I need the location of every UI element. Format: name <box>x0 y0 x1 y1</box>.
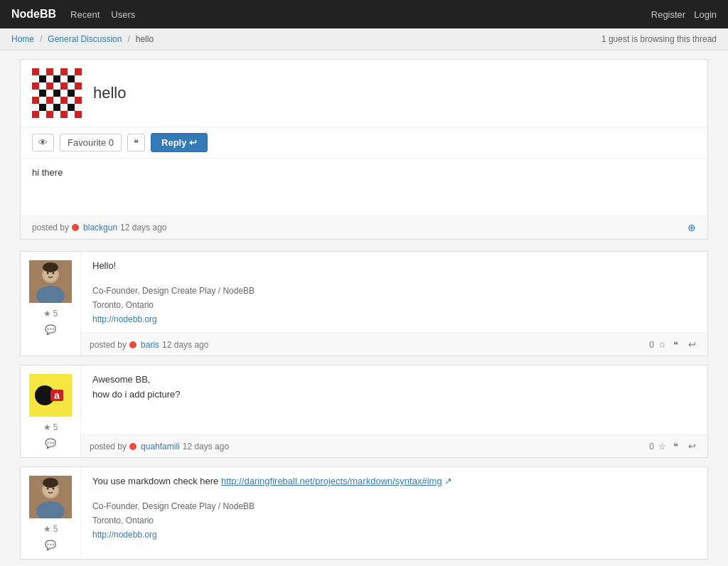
svg-rect-15 <box>32 82 39 90</box>
topic-title: hello <box>93 84 126 102</box>
quote-button[interactable]: ❝ <box>127 134 145 151</box>
svg-rect-18 <box>53 82 60 90</box>
posted-by-label: posted by <box>32 223 69 233</box>
watch-button[interactable]: 👁 <box>32 134 54 151</box>
svg-rect-39 <box>53 104 60 111</box>
svg-rect-9 <box>39 75 46 82</box>
reply-reply-btn-2[interactable]: ↩ <box>685 439 699 453</box>
reply-stars-3: ★ 5 <box>43 524 58 534</box>
svg-rect-23 <box>39 90 46 97</box>
svg-rect-40 <box>60 104 68 111</box>
posted-by-label-1: posted by <box>90 340 127 350</box>
reply-score-1: 0 <box>649 340 654 350</box>
reply-post: ★ 5 💬 Hello! Co-Founder, Design Create P… <box>20 251 708 356</box>
svg-rect-30 <box>39 97 46 104</box>
reply-main-2: Awesome BB, how do i add picture? posted… <box>81 365 707 457</box>
svg-point-54 <box>47 272 49 274</box>
reply-stars-2: ★ 5 <box>43 422 58 432</box>
nav-login[interactable]: Login <box>694 9 717 20</box>
reply-posted-by-1: posted by baris 12 days ago <box>90 340 208 350</box>
svg-rect-34 <box>68 97 75 104</box>
breadcrumb-sep-1: / <box>40 34 42 44</box>
reply-icon: ↩ <box>189 137 197 148</box>
navbar-links: Recent Users <box>70 9 651 20</box>
reply-body-3: You use markdown check here http://darin… <box>81 467 707 559</box>
navbar-brand[interactable]: NodeBB <box>11 8 56 21</box>
comment-icon-2: 💬 <box>45 438 56 449</box>
favourite-button[interactable]: Favourite 0 <box>60 134 122 151</box>
breadcrumb-home[interactable]: Home <box>11 34 34 44</box>
svg-rect-16 <box>39 82 46 90</box>
svg-rect-46 <box>53 111 60 118</box>
reply-meta-loc-1: Toronto, Ontario <box>92 300 696 310</box>
reply-avatar-3 <box>29 476 72 518</box>
svg-rect-3 <box>46 68 53 75</box>
reply-meta-link-3[interactable]: http://nodebb.org <box>92 530 157 540</box>
reply-sidebar-2: a ★ 5 💬 <box>21 365 81 457</box>
navbar: NodeBB Recent Users Register Login <box>0 0 728 28</box>
svg-rect-41 <box>68 104 75 111</box>
reply-reply-btn-1[interactable]: ↩ <box>685 338 699 351</box>
avatar-svg-1 <box>29 260 72 303</box>
svg-rect-38 <box>46 104 53 111</box>
navbar-right: Register Login <box>651 9 717 20</box>
svg-rect-43 <box>32 111 39 118</box>
svg-rect-1 <box>32 68 39 75</box>
comment-icon-3: 💬 <box>45 540 56 550</box>
avatar-svg-3 <box>29 476 72 518</box>
reply-author-link-1[interactable]: baris <box>141 340 159 350</box>
topic-author-link[interactable]: blackgun <box>83 223 117 233</box>
svg-rect-22 <box>32 90 39 97</box>
markdown-link[interactable]: http://daringfireball.net/projects/markd… <box>221 476 442 486</box>
external-link-icon: ↗ <box>444 476 452 486</box>
reply-actions-2: 0 ☆ ❝ ↩ <box>649 439 699 453</box>
reply-sidebar-3: ★ 5 💬 <box>21 467 81 559</box>
svg-rect-2 <box>39 68 46 75</box>
svg-rect-10 <box>46 75 53 82</box>
reply-label: Reply <box>161 137 186 148</box>
reply-text-3: You use markdown check here http://darin… <box>92 476 696 486</box>
svg-rect-45 <box>46 111 53 118</box>
breadcrumb-bar: Home / General Discussion / hello 1 gues… <box>0 28 728 50</box>
reply-meta-org-3: Co-Founder, Design Create Play / NodeBB <box>92 501 696 511</box>
reply-author-link-2[interactable]: quahfamili <box>141 442 180 452</box>
breadcrumb-category[interactable]: General Discussion <box>48 34 122 44</box>
star-count-3: 5 <box>53 524 58 534</box>
svg-rect-32 <box>53 97 60 104</box>
svg-rect-27 <box>68 90 75 97</box>
nav-users[interactable]: Users <box>111 9 135 20</box>
online-dot-2 <box>129 443 136 450</box>
reply-meta-org-1: Co-Founder, Design Create Play / NodeBB <box>92 286 696 296</box>
svg-rect-35 <box>75 97 82 104</box>
topic-post: hello 👁 Favourite 0 ❝ Reply ↩ hi there p… <box>20 59 708 240</box>
svg-rect-31 <box>46 97 53 104</box>
svg-rect-12 <box>60 75 68 82</box>
reply-time-1: 12 days ago <box>162 340 208 350</box>
nav-recent[interactable]: Recent <box>70 9 100 20</box>
svg-rect-6 <box>68 68 75 75</box>
rss-icon[interactable]: ⊕ <box>687 222 696 233</box>
reply-button[interactable]: Reply ↩ <box>151 133 208 152</box>
reply-footer-1: posted by baris 12 days ago 0 ☆ ❝ ↩ <box>81 333 707 356</box>
reply-text-1: Hello! <box>92 260 696 271</box>
online-dot-1 <box>129 341 136 348</box>
guest-info: 1 guest is browsing this thread <box>601 34 717 44</box>
reply-quote-btn-2[interactable]: ❝ <box>670 439 681 453</box>
svg-rect-25 <box>53 90 60 97</box>
svg-rect-28 <box>75 90 82 97</box>
svg-rect-44 <box>39 111 46 118</box>
reply-meta-link-1[interactable]: http://nodebb.org <box>92 314 157 324</box>
nav-register[interactable]: Register <box>651 9 685 20</box>
svg-point-66 <box>53 488 55 490</box>
svg-rect-37 <box>39 104 46 111</box>
svg-point-56 <box>43 262 58 272</box>
svg-rect-26 <box>60 90 68 97</box>
reply-post-2: a ★ 5 💬 Awesome BB, how do i add picture… <box>20 365 708 458</box>
reply-quote-btn-1[interactable]: ❝ <box>670 338 681 351</box>
eye-icon: 👁 <box>38 137 48 148</box>
reply-time-2: 12 days ago <box>183 442 229 452</box>
svg-text:a: a <box>54 390 60 401</box>
reply-score-star-1: ☆ <box>658 340 666 350</box>
svg-rect-5 <box>60 68 68 75</box>
svg-rect-21 <box>75 82 82 90</box>
